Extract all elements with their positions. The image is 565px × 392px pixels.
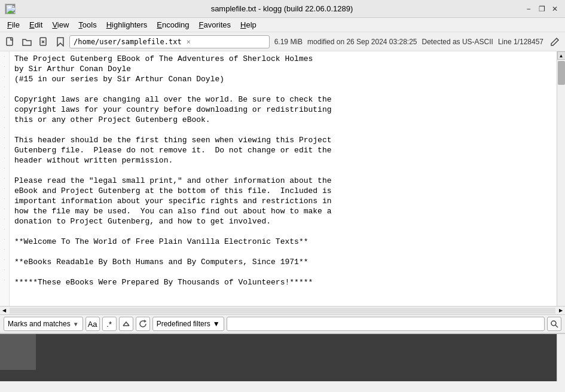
gutter-dot: · [0, 92, 9, 102]
regex-button[interactable]: .* [102, 317, 117, 331]
editor-area: · · · · · · · · · · · · · · · · · · · · … [0, 51, 565, 306]
vertical-scrollbar[interactable]: ▲ [557, 51, 565, 306]
marks-matches-label: Marks and matches [8, 320, 71, 328]
case-sensitive-button[interactable]: Aa [85, 317, 100, 331]
svg-marker-4 [57, 38, 63, 46]
menu-edit[interactable]: Edit [25, 19, 47, 30]
svg-line-7 [555, 325, 558, 327]
mini-map-thumb[interactable] [0, 334, 36, 370]
mini-map [0, 333, 565, 381]
gutter-dot: · [0, 275, 9, 285]
menu-highlighters[interactable]: Highlighters [102, 19, 152, 30]
close-file-button[interactable] [36, 35, 51, 49]
marks-matches-dropdown[interactable]: Marks and matches ▼ [4, 317, 83, 331]
file-path-bar: /home/user/samplefile.txt × [69, 35, 270, 48]
marks-dropdown-arrow: ▼ [73, 321, 79, 327]
scroll-up-button[interactable]: ▲ [557, 51, 566, 60]
gutter-dot: · [0, 82, 9, 92]
close-button[interactable]: ✕ [549, 4, 560, 14]
gutter-dot: · [0, 183, 9, 194]
line-gutter: · · · · · · · · · · · · · · · · · · · · … [0, 51, 10, 306]
scroll-right-button[interactable]: ▶ [557, 307, 565, 315]
gutter-dot: · [0, 163, 9, 173]
gutter-dot: · [0, 244, 9, 255]
menu-favorites[interactable]: Favorites [194, 19, 236, 30]
modified-status: modified on 26 Sep 2024 03:28:25 [307, 38, 417, 46]
invert-button[interactable] [119, 317, 133, 331]
gutter-dot: · [0, 133, 9, 143]
gutter-dot: · [0, 194, 9, 204]
predefined-dropdown-arrow: ▼ [213, 320, 220, 328]
menu-help[interactable]: Help [236, 19, 261, 30]
gutter-dot: · [0, 234, 9, 244]
tab-close-btn[interactable]: × [187, 38, 191, 46]
gutter-dot: · [0, 204, 9, 214]
minimize-button[interactable]: − [523, 4, 534, 14]
gutter-dot: · [0, 112, 9, 122]
bookmark-button[interactable] [53, 35, 68, 49]
restore-button[interactable]: ❐ [536, 4, 547, 14]
horizontal-scrollbar[interactable]: ◀ ▶ [0, 306, 565, 314]
scroll-track[interactable] [10, 308, 555, 314]
gutter-dot: · [0, 265, 9, 275]
gutter-dot: · [0, 102, 9, 112]
window-title: samplefile.txt - klogg (build 22.06.0.12… [41, 4, 523, 13]
gutter-dot: · [0, 72, 9, 82]
search-button[interactable] [547, 317, 561, 331]
menu-encoding[interactable]: Encoding [152, 19, 194, 30]
title-bar: samplefile.txt - klogg (build 22.06.0.12… [0, 0, 565, 18]
auto-refresh-button[interactable] [136, 317, 150, 331]
filter-search-input[interactable] [227, 317, 545, 331]
toolbar: /home/user/samplefile.txt × 6.19 MiB mod… [0, 32, 565, 51]
svg-rect-0 [7, 38, 13, 45]
scroll-left-button[interactable]: ◀ [0, 307, 8, 315]
gutter-dot: · [0, 143, 9, 153]
scroll-thumb[interactable] [558, 61, 565, 85]
window-controls: − ❐ ✕ [523, 4, 560, 14]
menu-tools[interactable]: Tools [74, 19, 101, 30]
gutter-dot: · [0, 255, 9, 265]
encoding-status: Detected as US-ASCII [419, 38, 497, 46]
gutter-dot: · [0, 153, 9, 163]
gutter-dot: · [0, 122, 9, 133]
app-icon [5, 4, 16, 14]
menu-file[interactable]: File [2, 19, 25, 30]
filesize-status: 6.19 MiB [271, 38, 306, 46]
gutter-dot: · [0, 224, 9, 234]
text-content[interactable]: The Project Gutenberg EBook of The Adven… [10, 51, 557, 306]
menu-bar: File Edit View Tools Highlighters Encodi… [0, 18, 565, 32]
gutter-dot: · [0, 62, 9, 72]
filter-bar: Marks and matches ▼ Aa .* Predefined fil… [0, 314, 565, 333]
content-wrapper: · · · · · · · · · · · · · · · · · · · · … [0, 51, 565, 381]
gutter-dot: · [0, 51, 9, 62]
file-path-text: /home/user/samplefile.txt [74, 38, 182, 46]
predefined-filters-label: Predefined filters [157, 320, 210, 328]
gutter-dot: · [0, 214, 9, 224]
mini-map-canvas [0, 334, 557, 381]
edit-file-button[interactable] [547, 35, 563, 49]
svg-point-6 [551, 321, 556, 326]
open-file-button[interactable] [19, 35, 35, 49]
predefined-filters-dropdown[interactable]: Predefined filters ▼ [152, 317, 224, 331]
gutter-dot: · [0, 173, 9, 183]
line-status: Line 1/128457 [498, 38, 543, 46]
menu-view[interactable]: View [47, 19, 74, 30]
mini-map-scrollbar[interactable] [557, 334, 565, 381]
new-file-button[interactable] [2, 35, 18, 49]
